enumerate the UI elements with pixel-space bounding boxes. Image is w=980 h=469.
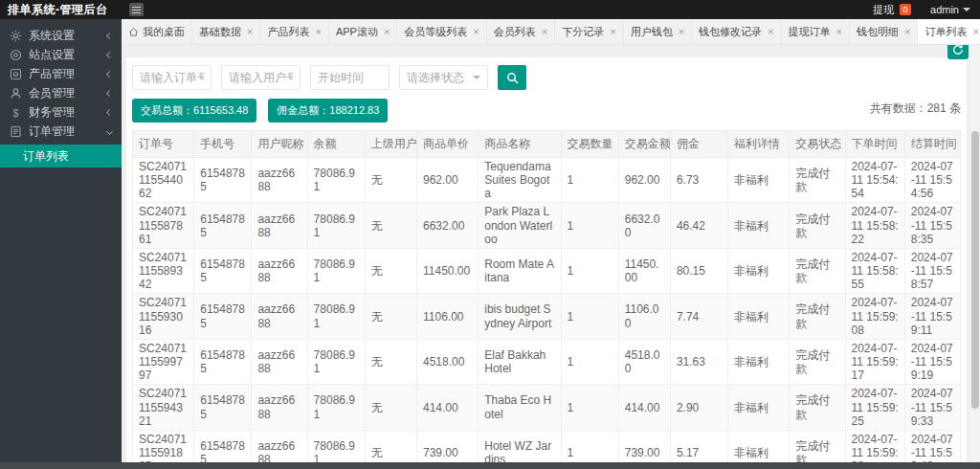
table-cell: 11450.00 [417,248,479,293]
table-cell: 78086.91 [307,158,365,203]
table-cell: 2024-07-11 15:54:56 [904,158,960,203]
tab-5[interactable]: 会员等级列表× [397,19,486,44]
svg-text:$: $ [12,106,18,118]
tab-7[interactable]: 下分记录× [555,19,623,44]
chevron-left-icon [106,70,113,77]
sidebar-item-site[interactable]: 站点设置 [0,45,122,64]
table-cell: 2024-07-11 15:58:22 [845,203,904,248]
column-header: 上级用户 [365,131,416,158]
column-header: 佣金 [670,131,727,158]
table-cell: 1 [561,248,618,293]
sidebar: 系统设置站点设置产品管理会员管理$财务管理订单管理订单列表 [0,19,122,462]
table-cell: 非福利 [728,385,790,430]
close-icon[interactable]: × [315,27,321,37]
close-icon[interactable]: × [768,27,773,37]
member-icon [10,87,22,100]
withdraw-link[interactable]: 提现 [873,3,894,17]
close-icon[interactable]: × [610,27,615,37]
table-cell: 414.00 [417,385,479,430]
table-cell: 无 [365,294,416,339]
tab-9[interactable]: 钱包修改记录× [692,19,781,44]
table-cell: 非福利 [728,339,790,384]
withdraw-count-badge[interactable]: 0 [900,4,911,15]
close-icon[interactable]: × [384,27,390,37]
table-cell: 78086.91 [307,203,365,248]
tab-3[interactable]: 产品列表× [260,19,328,44]
table-cell: 78086.91 [307,339,365,384]
top-header: 排单系统-管理后台 提现 0 admin [0,0,980,19]
column-header: 交易状态 [790,131,845,158]
table-cell: 78086.91 [307,294,365,339]
search-button[interactable] [498,65,526,90]
table-cell: 无 [365,203,416,248]
order-no-input[interactable] [132,65,212,90]
table-header-row: 订单号手机号用户昵称余额上级用户商品单价商品名称交易数量交易金额佣金福利详情交易… [133,131,961,158]
column-header: 交易数量 [561,131,618,158]
tab-8[interactable]: 用户钱包× [624,19,692,44]
tab-11[interactable]: 钱包明细× [850,19,918,44]
column-header: 结算时间 [904,131,960,158]
table-cell: SC24071115594321 [133,385,194,430]
close-icon[interactable]: × [473,27,479,37]
table-cell: 完成付款 [790,294,845,339]
scrollbar-thumb[interactable] [971,131,979,409]
home-icon [128,27,139,37]
table-cell: 1 [561,158,618,203]
sidebar-item-member[interactable]: 会员管理 [0,83,122,102]
close-icon[interactable]: × [904,27,910,37]
close-icon[interactable]: × [972,27,978,37]
refresh-button[interactable] [947,45,969,59]
sidebar-item-product[interactable]: 产品管理 [0,64,122,83]
tab-12[interactable]: 订单列表× [918,19,980,44]
table-cell: 4518.00 [417,339,479,384]
tab-1[interactable]: 我的桌面 [122,19,192,44]
close-icon[interactable]: × [542,27,547,37]
table-cell: 78086.91 [307,385,365,430]
finance-icon: $ [10,106,22,119]
tab-6[interactable]: 会员列表× [487,19,555,44]
refresh-icon [952,45,964,56]
table-cell: 2024-07-11 15:59:19 [904,339,960,384]
close-icon[interactable]: × [679,27,684,37]
sidebar-item-finance[interactable]: $财务管理 [0,102,122,122]
table-row: SC2407111559301661548785aazz668878086.91… [133,294,961,339]
table-cell: SC24071115587861 [133,203,194,248]
table-cell: 2024-07-11 15:59:39 [845,430,904,462]
table-cell: aazz6688 [252,430,307,462]
table-cell: 61548785 [194,430,252,462]
vertical-scrollbar[interactable] [970,45,980,462]
table-cell: 非福利 [728,158,790,203]
orders-table: 订单号手机号用户昵称余额上级用户商品单价商品名称交易数量交易金额佣金福利详情交易… [132,130,961,462]
order-icon [10,125,22,138]
table-cell: SC24071115591865 [133,430,194,462]
hamburger-menu-icon[interactable] [129,3,144,16]
site-icon [10,49,22,61]
table-cell: 6632.00 [417,203,479,248]
close-icon[interactable]: × [247,27,253,37]
table-cell: 46.42 [670,203,727,248]
table-cell: 完成付款 [790,339,845,384]
transaction-total-badge: 交易总额：6115653.48 [132,99,256,123]
sidebar-item-order[interactable]: 订单管理 [0,122,122,141]
tab-4[interactable]: APP滚动× [329,19,397,44]
table-row: SC2407111554406261548785aazz668878086.91… [133,158,961,203]
column-header: 手机号 [194,131,252,158]
sidebar-subitem-order-list[interactable]: 订单列表 [0,145,122,168]
tab-bar: 我的桌面基础数据×产品列表×APP滚动×会员等级列表×会员列表×下分记录×用户钱… [122,19,980,45]
close-icon[interactable]: × [836,27,842,37]
tab-2[interactable]: 基础数据× [192,19,260,44]
table-cell: Park Plaza London Waterloo [479,203,561,248]
table-cell: 2024-07-11 15:59:42 [904,430,960,462]
table-row: SC2407111559432161548785aazz668878086.91… [133,385,961,430]
table-cell: 1106.00 [618,294,670,339]
start-time-input[interactable] [310,65,390,90]
status-select[interactable]: 请选择状态 [399,65,488,90]
table-cell: 无 [365,248,416,293]
sidebar-item-gear[interactable]: 系统设置 [0,26,122,45]
tab-10[interactable]: 提现订单× [782,19,850,44]
chevron-down-icon [106,127,113,134]
user-menu[interactable]: admin [930,4,970,15]
chevron-down-icon [473,76,480,79]
table-cell: 1 [561,385,618,430]
user-no-input[interactable] [221,65,301,90]
